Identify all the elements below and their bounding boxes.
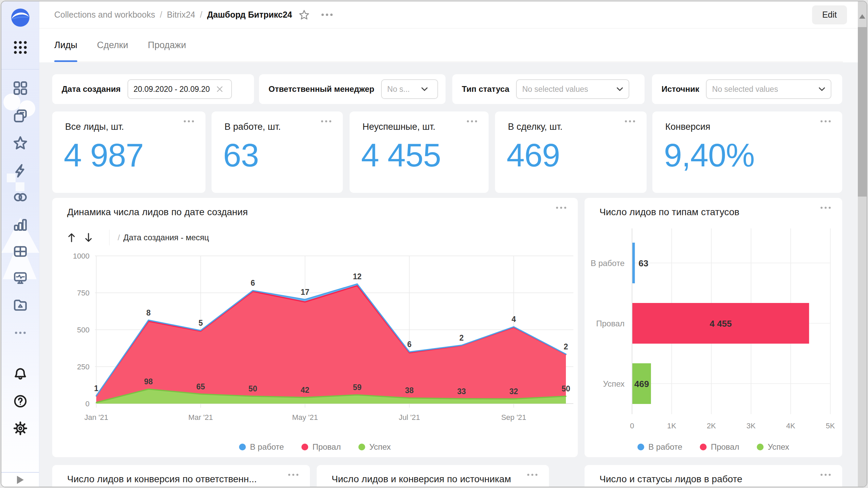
filter-manager: Ответственный менеджер No s... (259, 74, 446, 104)
chevron-down-icon (616, 87, 623, 91)
bottom-card-statuses-in-progress: Число и статусы лидов в работе (585, 465, 842, 487)
svg-text:12: 12 (353, 272, 362, 281)
tab-sales[interactable]: Продажи (148, 28, 186, 62)
widget-more-icon[interactable] (527, 474, 537, 476)
source-select[interactable]: No selected values (706, 79, 831, 99)
stacked-area-chart[interactable]: 02505007501000Jan '21Mar '21May '21Jul '… (52, 245, 578, 426)
scroll-up-arrow-icon[interactable] (859, 14, 865, 19)
widget-more-icon[interactable] (467, 120, 477, 122)
widget-more-icon[interactable] (821, 474, 831, 476)
widget-more-icon[interactable] (556, 207, 566, 209)
svg-text:59: 59 (353, 383, 362, 392)
kpi-card-in-progress: В работе, шт. 63 (212, 111, 343, 193)
legend-dot-red (700, 444, 707, 450)
breadcrumb-root[interactable]: Collections and workbooks (54, 10, 155, 20)
legend-item[interactable]: Успех (358, 442, 391, 452)
legend-item[interactable]: Провал (301, 442, 341, 452)
filter-label: Дата создания (62, 84, 121, 94)
help-question-icon[interactable] (11, 392, 30, 411)
sidebar-expand-button[interactable] (1, 472, 39, 487)
legend-label: Провал (711, 442, 739, 452)
status-type-select[interactable]: No selected values (516, 79, 629, 99)
svg-text:8: 8 (146, 308, 151, 317)
edit-button[interactable]: Edit (812, 5, 847, 24)
tab-leads[interactable]: Лиды (54, 28, 77, 62)
widget-more-icon[interactable] (184, 120, 194, 122)
sidebar-item-datasets[interactable] (11, 188, 30, 207)
svg-text:6: 6 (407, 340, 412, 349)
kpi-title: Все лиды, шт. (65, 122, 124, 132)
chart-title: Динамика числа лидов по дате создания (67, 207, 248, 218)
svg-text:4K: 4K (786, 422, 795, 430)
svg-text:0: 0 (630, 422, 634, 430)
axis-breadcrumb-slash: / (118, 233, 120, 242)
scrollbar-thumb[interactable] (858, 27, 867, 197)
kpi-value: 63 (223, 137, 259, 174)
legend-dot-green (757, 444, 764, 450)
axis-breadcrumb[interactable]: Дата создания - месяц (123, 233, 209, 242)
svg-text:3K: 3K (747, 422, 756, 430)
sort-descending-icon[interactable] (84, 232, 93, 243)
filter-status-type: Тип статуса No selected values (452, 74, 645, 104)
legend-dot-blue (637, 444, 644, 450)
select-placeholder: No selected values (522, 85, 612, 94)
topbar: Collections and workbooks / Bitrix24 / Д… (39, 1, 858, 28)
legend-item[interactable]: Успех (757, 442, 789, 452)
svg-text:6: 6 (251, 279, 255, 287)
sidebar (1, 1, 39, 487)
dashboard-tabs: Лиды Сделки Продажи (39, 28, 858, 62)
settings-gear-icon[interactable] (11, 419, 30, 438)
sidebar-item-navigation[interactable] (11, 79, 30, 98)
manager-select[interactable]: No s... (381, 79, 438, 99)
sidebar-item-collections[interactable] (11, 106, 30, 125)
date-range-input[interactable]: 20.09.2020 - 20.09.20 (127, 79, 232, 99)
notifications-bell-icon[interactable] (11, 365, 30, 384)
filter-source: Источник No selected values (652, 74, 842, 104)
kpi-value: 4 987 (64, 137, 143, 174)
line-chart-legend: В работе Провал Успех (52, 442, 578, 452)
legend-label: В работе (250, 442, 284, 452)
header-more-icon[interactable] (321, 14, 333, 16)
legend-item[interactable]: В работе (239, 442, 284, 452)
sidebar-item-dashboards[interactable] (11, 269, 30, 288)
legend-dot-red (301, 444, 308, 450)
sidebar-item-storage-folder[interactable] (11, 296, 30, 315)
expand-arrow-icon (17, 476, 24, 484)
favorite-star-icon[interactable] (298, 9, 310, 21)
svg-text:В работе: В работе (591, 259, 625, 268)
clear-icon[interactable] (216, 86, 223, 93)
svg-text:5: 5 (198, 319, 203, 327)
legend-item[interactable]: Провал (700, 442, 739, 452)
svg-text:250: 250 (77, 363, 90, 371)
breadcrumb-separator: / (160, 10, 162, 20)
svg-text:4 455: 4 455 (710, 319, 732, 329)
kpi-value: 4 455 (361, 137, 441, 174)
sidebar-item-more[interactable] (11, 323, 30, 342)
sidebar-item-tables[interactable] (11, 242, 30, 261)
svg-text:1: 1 (94, 384, 99, 393)
widget-more-icon[interactable] (821, 207, 831, 209)
sidebar-item-favorites[interactable] (11, 134, 30, 152)
legend-label: Провал (312, 442, 341, 452)
widget-more-icon[interactable] (821, 120, 831, 122)
chart-title: Число лидов и конверсия по источникам (332, 474, 511, 485)
legend-label: Успех (768, 442, 789, 452)
horizontal-bar-chart[interactable]: 01K2K3K4K5KВ работе63Провал4 455Успех469 (585, 226, 842, 436)
widget-more-icon[interactable] (288, 474, 298, 476)
widget-more-icon[interactable] (321, 120, 331, 122)
svg-text:Jul '21: Jul '21 (399, 413, 420, 422)
legend-item[interactable]: В работе (637, 442, 682, 452)
tab-deals[interactable]: Сделки (97, 28, 128, 62)
widget-more-icon[interactable] (625, 120, 635, 122)
vertical-scrollbar[interactable] (858, 1, 867, 487)
sort-ascending-icon[interactable] (67, 232, 76, 243)
bar-chart-card: Число лидов по типам статусов 01K2K3K4K5… (585, 198, 842, 457)
sidebar-item-connections[interactable] (11, 161, 30, 180)
apps-grid-icon[interactable] (11, 38, 30, 57)
breadcrumb-parent[interactable]: Bitrix24 (167, 10, 195, 20)
sidebar-item-charts[interactable] (11, 215, 30, 234)
svg-text:42: 42 (301, 386, 310, 394)
datalens-logo[interactable] (11, 8, 30, 27)
filter-date-created: Дата создания 20.09.2020 - 20.09.20 (52, 74, 254, 104)
svg-text:50: 50 (249, 384, 257, 393)
